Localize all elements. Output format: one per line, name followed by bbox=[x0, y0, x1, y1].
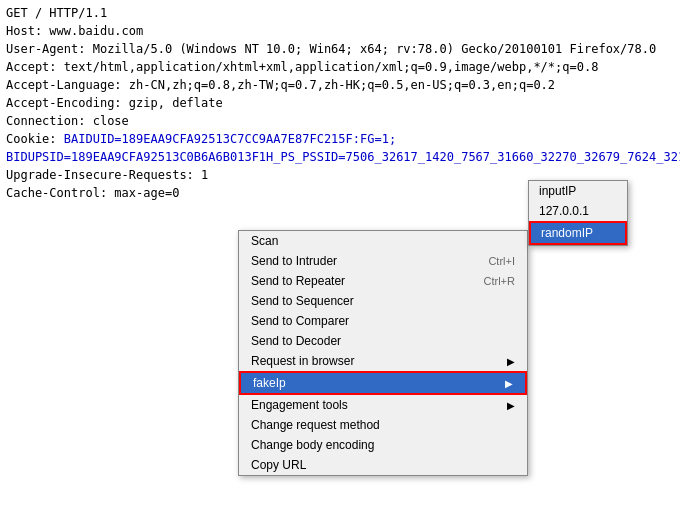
cookie-label: Cookie: bbox=[6, 132, 64, 146]
context-menu-item-3[interactable]: Send to Sequencer bbox=[239, 291, 527, 311]
submenu-item-0[interactable]: inputIP bbox=[529, 181, 627, 201]
menu-item-label: Send to Repeater bbox=[251, 274, 345, 288]
context-menu-item-0[interactable]: Scan bbox=[239, 231, 527, 251]
menu-item-label: fakeIp bbox=[253, 376, 286, 390]
context-menu-item-6[interactable]: Request in browser▶ bbox=[239, 351, 527, 371]
context-menu-item-5[interactable]: Send to Decoder bbox=[239, 331, 527, 351]
menu-item-shortcut: Ctrl+I bbox=[488, 255, 515, 267]
menu-item-label: Send to Decoder bbox=[251, 334, 341, 348]
menu-item-arrow: ▶ bbox=[507, 356, 515, 367]
menu-item-label: Request in browser bbox=[251, 354, 354, 368]
context-menu-item-2[interactable]: Send to RepeaterCtrl+R bbox=[239, 271, 527, 291]
context-menu-item-1[interactable]: Send to IntruderCtrl+I bbox=[239, 251, 527, 271]
context-menu-item-10[interactable]: Change body encoding bbox=[239, 435, 527, 455]
menu-item-label: Send to Intruder bbox=[251, 254, 337, 268]
menu-item-label: Copy URL bbox=[251, 458, 306, 472]
menu-item-label: Scan bbox=[251, 234, 278, 248]
submenu: inputIP127.0.0.1randomIP bbox=[528, 180, 628, 246]
menu-item-label: Change body encoding bbox=[251, 438, 374, 452]
menu-item-label: Engagement tools bbox=[251, 398, 348, 412]
submenu-item-1[interactable]: 127.0.0.1 bbox=[529, 201, 627, 221]
request-cookie-line: Cookie: BAIDUID=189EAA9CFA92513C7CC9AA7E… bbox=[6, 130, 674, 166]
cookie-value: BAIDUID=189EAA9CFA92513C7CC9AA7E87FC215F… bbox=[6, 132, 680, 164]
context-menu-item-4[interactable]: Send to Comparer bbox=[239, 311, 527, 331]
context-menu-item-9[interactable]: Change request method bbox=[239, 415, 527, 435]
menu-item-arrow: ▶ bbox=[505, 378, 513, 389]
menu-item-label: Send to Comparer bbox=[251, 314, 349, 328]
menu-item-label: Send to Sequencer bbox=[251, 294, 354, 308]
request-line-7: Connection: close bbox=[6, 112, 674, 130]
menu-item-shortcut: Ctrl+R bbox=[484, 275, 515, 287]
request-line-5: Accept-Language: zh-CN,zh;q=0.8,zh-TW;q=… bbox=[6, 76, 674, 94]
context-menu-item-7[interactable]: fakeIp▶ bbox=[239, 371, 527, 395]
context-menu: ScanSend to IntruderCtrl+ISend to Repeat… bbox=[238, 230, 528, 476]
request-line-6: Accept-Encoding: gzip, deflate bbox=[6, 94, 674, 112]
submenu-item-2[interactable]: randomIP bbox=[529, 221, 627, 245]
context-menu-item-8[interactable]: Engagement tools▶ bbox=[239, 395, 527, 415]
request-line-4: Accept: text/html,application/xhtml+xml,… bbox=[6, 58, 674, 76]
request-panel: GET / HTTP/1.1 Host: www.baidu.com User-… bbox=[0, 0, 680, 206]
menu-item-arrow: ▶ bbox=[507, 400, 515, 411]
request-line-3: User-Agent: Mozilla/5.0 (Windows NT 10.0… bbox=[6, 40, 674, 58]
request-line-1: GET / HTTP/1.1 bbox=[6, 4, 674, 22]
request-line-2: Host: www.baidu.com bbox=[6, 22, 674, 40]
menu-item-label: Change request method bbox=[251, 418, 380, 432]
context-menu-item-11[interactable]: Copy URL bbox=[239, 455, 527, 475]
